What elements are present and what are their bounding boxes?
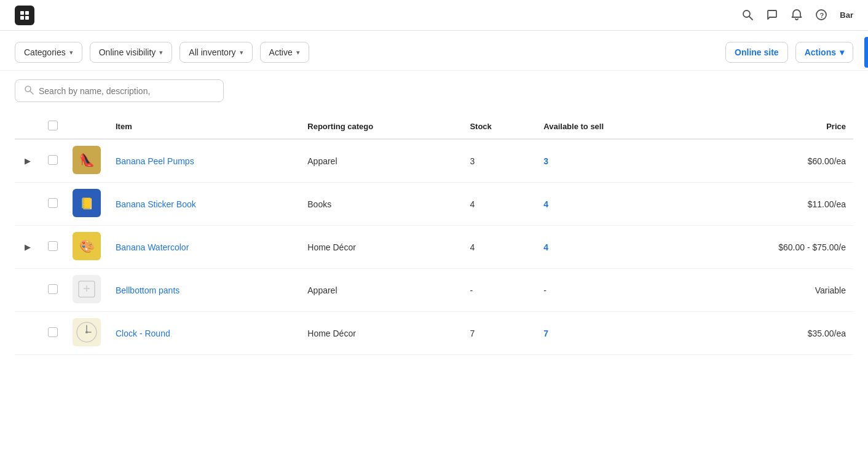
svg-text:📒: 📒 [80, 197, 94, 210]
col-reporting-category: Reporting catego [300, 114, 462, 139]
category-cell: Home Décor [300, 226, 462, 269]
search-icon[interactable] [741, 9, 755, 22]
available-value: 4 [543, 242, 548, 252]
checkbox-cell [41, 226, 65, 269]
col-checkbox [41, 114, 65, 139]
all-inventory-filter[interactable]: All inventory ▾ [180, 42, 252, 63]
expand-cell: ▶ [15, 226, 41, 269]
row-checkbox[interactable] [48, 155, 58, 165]
chevron-down-icon: ▾ [159, 49, 163, 57]
inventory-table-wrapper: Item Reporting catego Stock Available to… [0, 102, 868, 355]
row-checkbox[interactable] [48, 198, 58, 208]
item-name-link[interactable]: Banana Watercolor [116, 242, 189, 252]
expand-button[interactable]: ▶ [22, 241, 33, 253]
online-site-button[interactable]: Online site [725, 42, 788, 63]
row-checkbox[interactable] [48, 284, 58, 294]
table-header-row: Item Reporting catego Stock Available to… [15, 114, 853, 139]
item-name-cell: Clock - Round [108, 312, 300, 355]
search-input[interactable] [39, 86, 215, 96]
svg-text:👠: 👠 [79, 153, 95, 167]
online-visibility-filter[interactable]: Online visibility ▾ [90, 42, 173, 63]
svg-line-5 [749, 17, 752, 20]
expand-button[interactable]: ▶ [22, 155, 33, 167]
item-name-link[interactable]: Clock - Round [116, 329, 170, 338]
col-available-to-sell: Available to sell [536, 114, 687, 139]
available-value: - [543, 285, 546, 295]
item-name-link[interactable]: Bellbottom pants [116, 285, 180, 295]
svg-point-4 [743, 10, 750, 17]
col-stock: Stock [462, 114, 536, 139]
active-filter[interactable]: Active ▾ [260, 42, 309, 63]
svg-text:🎨: 🎨 [79, 239, 95, 253]
price-cell: $60.00 - $75.00/e [687, 226, 853, 269]
chevron-down-icon: ▾ [69, 49, 73, 57]
categories-filter[interactable]: Categories ▾ [15, 42, 82, 63]
row-checkbox[interactable] [48, 327, 58, 337]
inventory-table: Item Reporting catego Stock Available to… [15, 114, 853, 355]
help-icon[interactable]: ? [815, 9, 829, 22]
available-value: 4 [543, 199, 548, 209]
search-bar [15, 79, 224, 102]
top-bar-icons: ? Bar [741, 9, 853, 22]
chevron-down-icon: ▾ [240, 49, 243, 57]
row-checkbox[interactable] [48, 241, 58, 251]
expand-cell [15, 269, 41, 312]
thumbnail-cell: 🎨 [65, 226, 108, 269]
search-icon [24, 85, 34, 97]
available-value: 7 [543, 329, 548, 338]
item-name-cell: Banana Peel Pumps [108, 139, 300, 183]
user-avatar[interactable]: Bar [840, 10, 853, 20]
logo-icon [15, 6, 34, 25]
price-cell: $35.00/ea [687, 312, 853, 355]
thumbnail-cell: 👠 [65, 139, 108, 183]
checkbox-cell [41, 269, 65, 312]
chevron-down-icon: ▾ [296, 49, 300, 57]
item-name-link[interactable]: Banana Peel Pumps [116, 156, 194, 166]
select-all-checkbox[interactable] [48, 121, 58, 130]
stock-cell: 3 [462, 139, 536, 183]
col-price: Price [687, 114, 853, 139]
thumbnail-cell: 📒 [65, 183, 108, 226]
table-row: Clock - Round Home Décor 7 7 $35.00/ea [15, 312, 853, 355]
stock-cell: 7 [462, 312, 536, 355]
available-cell: 4 [536, 183, 687, 226]
checkbox-cell [41, 139, 65, 183]
thumbnail-cell [65, 269, 108, 312]
available-cell: 7 [536, 312, 687, 355]
checkbox-cell [41, 312, 65, 355]
blue-accent-bar [864, 37, 868, 68]
svg-rect-1 [25, 11, 29, 15]
thumbnail-cell [65, 312, 108, 355]
price-cell: $11.00/ea [687, 183, 853, 226]
available-cell: - [536, 269, 687, 312]
table-body: ▶ 👠 Banana Peel Pumps Apparel 3 3 $60.00… [15, 139, 853, 355]
bell-icon[interactable] [791, 9, 804, 22]
logo [15, 6, 34, 25]
stock-cell: 4 [462, 226, 536, 269]
item-name-cell: Bellbottom pants [108, 269, 300, 312]
item-name-cell: Banana Watercolor [108, 226, 300, 269]
category-cell: Home Décor [300, 312, 462, 355]
svg-rect-2 [20, 16, 24, 20]
checkbox-cell [41, 183, 65, 226]
stock-cell: - [462, 269, 536, 312]
price-cell: $60.00/ea [687, 139, 853, 183]
chat-icon[interactable] [766, 9, 779, 22]
available-cell: 3 [536, 139, 687, 183]
available-cell: 4 [536, 226, 687, 269]
table-row: 📒 Banana Sticker Book Books 4 4 $11.00/e… [15, 183, 853, 226]
actions-button[interactable]: Actions ▾ [795, 42, 853, 63]
expand-cell: ▶ [15, 139, 41, 183]
chevron-down-icon: ▾ [840, 47, 844, 57]
table-row: ▶ 👠 Banana Peel Pumps Apparel 3 3 $60.00… [15, 139, 853, 183]
col-item: Item [108, 114, 300, 139]
expand-cell [15, 183, 41, 226]
category-cell: Apparel [300, 269, 462, 312]
stock-cell: 4 [462, 183, 536, 226]
filter-bar: Categories ▾ Online visibility ▾ All inv… [0, 31, 868, 71]
col-thumb [65, 114, 108, 139]
item-name-link[interactable]: Banana Sticker Book [116, 199, 196, 209]
svg-rect-0 [20, 11, 24, 15]
available-value: 3 [543, 156, 548, 166]
expand-cell [15, 312, 41, 355]
